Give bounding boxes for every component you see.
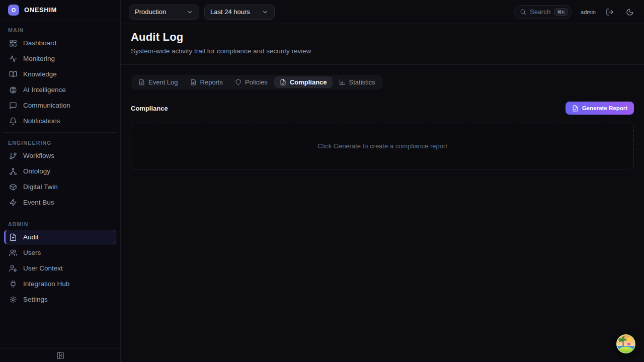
sidebar-item-digital-twin[interactable]: Digital Twin	[4, 179, 116, 194]
brand: O ONESHIM	[0, 0, 120, 20]
file-text-icon	[9, 233, 17, 241]
cube-icon	[9, 183, 17, 191]
time-range-select[interactable]: Last 24 hours	[204, 5, 275, 20]
generate-report-button[interactable]: Generate Report	[566, 102, 634, 115]
island-widget-button[interactable]	[616, 334, 636, 354]
compliance-section-header: Compliance Generate Report	[131, 102, 634, 115]
theme-toggle-button[interactable]	[624, 6, 636, 18]
sidebar-item-label: Communication	[23, 102, 70, 109]
sidebar-item-integration-hub[interactable]: Integration Hub	[4, 277, 116, 291]
tab-label: Event Log	[148, 78, 178, 86]
tropical-island-icon	[616, 334, 636, 354]
search-icon	[520, 9, 526, 15]
shield-icon	[235, 79, 242, 85]
sidebar-item-event-bus[interactable]: Event Bus	[4, 195, 116, 210]
sidebar-item-communication[interactable]: Communication	[4, 98, 116, 113]
time-range-select-value: Last 24 hours	[210, 8, 250, 16]
tab-policies[interactable]: Policies	[229, 76, 273, 88]
nav-section-engineering: ENGINEERING	[4, 137, 116, 148]
tab-label: Statistics	[349, 78, 375, 86]
sidebar-item-knowledge[interactable]: Knowledge	[4, 67, 116, 81]
git-branch-icon	[9, 152, 17, 160]
sidebar-item-settings[interactable]: Settings	[4, 292, 116, 307]
moon-icon	[626, 8, 634, 16]
sidebar-item-users[interactable]: Users	[4, 245, 116, 260]
tab-event-log[interactable]: Event Log	[133, 76, 184, 88]
sidebar-item-user-context[interactable]: User Context	[4, 261, 116, 276]
nav-section-main: MAIN	[4, 24, 116, 36]
sidebar-item-label: Monitoring	[23, 55, 55, 62]
file-check-icon	[572, 105, 579, 112]
chevron-down-icon	[186, 9, 193, 16]
dashboard-grid-icon	[9, 39, 17, 47]
sidebar-item-label: Workflows	[23, 152, 54, 159]
sidebar-item-label: Digital Twin	[23, 183, 58, 191]
logout-icon	[606, 8, 614, 16]
file-check-icon	[280, 79, 286, 85]
tab-reports[interactable]: Reports	[185, 76, 229, 88]
plug-icon	[9, 280, 17, 288]
brand-logo-letter: O	[12, 7, 16, 13]
page-subtitle: System-wide activity trail for complianc…	[131, 47, 634, 55]
sidebar-item-notifications[interactable]: Notifications	[4, 114, 116, 128]
search-input[interactable]: Search ⌘K	[514, 5, 572, 19]
network-icon	[9, 167, 17, 175]
tab-label: Compliance	[290, 78, 327, 86]
users-icon	[9, 249, 17, 257]
tab-compliance[interactable]: Compliance	[274, 76, 333, 88]
main-area: Production Last 24 hours Search ⌘K admin…	[121, 0, 644, 362]
empty-state-text: Click Generate to create a compliance re…	[317, 142, 447, 150]
sidebar-item-audit[interactable]: Audit	[4, 230, 116, 244]
sidebar-item-label: User Context	[23, 264, 63, 272]
compliance-empty-state: Click Generate to create a compliance re…	[131, 123, 634, 169]
sidebar-item-label: Audit	[23, 233, 39, 241]
sidebar-footer	[0, 348, 120, 362]
user-label: admin	[581, 9, 596, 15]
tab-label: Policies	[245, 78, 268, 86]
nav-divider	[4, 214, 116, 214]
brain-icon	[9, 86, 17, 94]
file-bar-chart-icon	[190, 79, 197, 85]
sidebar-item-dashboard[interactable]: Dashboard	[4, 36, 116, 50]
tab-statistics[interactable]: Statistics	[334, 76, 381, 88]
nav-divider	[4, 132, 116, 133]
sidebar-nav: MAIN Dashboard Monitoring Knowledge AI I…	[0, 20, 120, 348]
tab-bar: Event Log Reports Policies Compliance St…	[131, 75, 383, 89]
sidebar-item-label: Users	[23, 249, 41, 256]
gear-icon	[9, 296, 17, 304]
app-root: O ONESHIM MAIN Dashboard Monitoring Know…	[0, 0, 644, 362]
topbar: Production Last 24 hours Search ⌘K admin	[121, 0, 644, 24]
chevron-down-icon	[262, 9, 269, 16]
sidebar-item-label: Knowledge	[23, 70, 57, 78]
tab-label: Reports	[200, 78, 223, 86]
sidebar-item-workflows[interactable]: Workflows	[4, 148, 116, 163]
sidebar-collapse-button[interactable]	[55, 350, 65, 360]
sidebar-item-ontology[interactable]: Ontology	[4, 164, 116, 178]
sidebar-item-label: Integration Hub	[23, 280, 69, 288]
user-cog-icon	[9, 264, 17, 273]
sidebar-item-monitoring[interactable]: Monitoring	[4, 51, 116, 66]
sidebar-item-label: Ontology	[23, 167, 50, 175]
sidebar-item-label: AI Intelligence	[23, 86, 66, 94]
logout-button[interactable]	[604, 6, 616, 18]
panel-left-close-icon	[56, 351, 64, 359]
sidebar-item-label: Notifications	[23, 117, 60, 125]
brand-name: ONESHIM	[24, 6, 57, 14]
section-title: Compliance	[131, 105, 168, 112]
nav-section-admin: ADMIN	[4, 218, 116, 230]
page-content: Event Log Reports Policies Compliance St…	[121, 65, 644, 362]
search-placeholder: Search	[530, 8, 550, 16]
page-header: Audit Log System-wide activity trail for…	[121, 24, 644, 65]
book-open-icon	[9, 70, 17, 78]
environment-select[interactable]: Production	[129, 5, 199, 20]
brand-logo-icon: O	[8, 5, 19, 16]
page-title: Audit Log	[131, 31, 634, 44]
bar-chart-icon	[339, 79, 346, 85]
sidebar: O ONESHIM MAIN Dashboard Monitoring Know…	[0, 0, 121, 362]
sidebar-item-ai-intelligence[interactable]: AI Intelligence	[4, 82, 116, 97]
file-text-icon	[138, 79, 145, 85]
zap-icon	[9, 199, 17, 207]
search-shortcut-badge: ⌘K	[554, 8, 568, 16]
environment-select-value: Production	[135, 8, 166, 16]
chat-bubble-icon	[9, 102, 17, 110]
